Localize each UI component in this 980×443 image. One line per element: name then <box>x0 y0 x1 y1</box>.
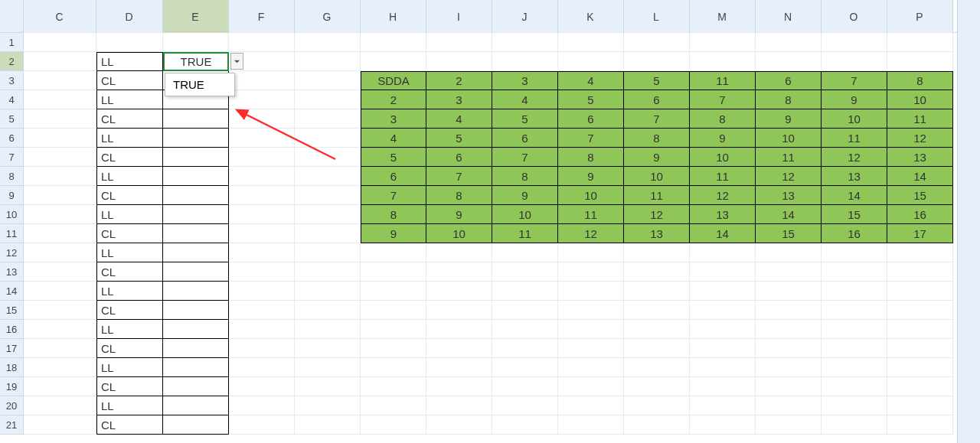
cell-K20[interactable] <box>558 396 624 415</box>
cell-G5[interactable] <box>295 109 361 129</box>
cell-H11[interactable]: 9 <box>361 224 426 243</box>
cell-K3[interactable]: 4 <box>558 71 624 90</box>
cell-F12[interactable] <box>229 243 295 262</box>
cell-H1[interactable] <box>361 33 426 52</box>
cell-J1[interactable] <box>492 33 558 52</box>
cell-H5[interactable]: 3 <box>361 109 426 129</box>
cell-N2[interactable] <box>756 52 822 71</box>
cell-P2[interactable] <box>887 52 953 71</box>
cell-L3[interactable]: 5 <box>624 71 690 90</box>
cell-K16[interactable] <box>558 320 624 339</box>
cell-J19[interactable] <box>492 377 558 396</box>
cell-M5[interactable]: 8 <box>690 109 756 129</box>
cell-L4[interactable]: 6 <box>624 90 690 109</box>
cell-G10[interactable] <box>295 205 361 224</box>
cell-K2[interactable] <box>558 52 624 71</box>
cell-I21[interactable] <box>426 415 492 435</box>
cell-I11[interactable]: 10 <box>426 224 492 243</box>
cell-G6[interactable] <box>295 129 361 148</box>
cell-J20[interactable] <box>492 396 558 415</box>
cell-H12[interactable] <box>361 243 426 262</box>
cell-O14[interactable] <box>822 282 887 301</box>
cell-K11[interactable]: 12 <box>558 224 624 243</box>
dropdown-option[interactable]: TRUE <box>165 75 234 94</box>
row-header-9[interactable]: 9 <box>0 186 24 205</box>
cell-M21[interactable] <box>690 415 756 435</box>
cell-C19[interactable] <box>24 377 96 396</box>
cell-L13[interactable] <box>624 262 690 282</box>
cell-C11[interactable] <box>24 224 96 243</box>
cell-E2[interactable]: TRUE <box>163 52 229 71</box>
cell-P10[interactable]: 16 <box>887 205 953 224</box>
cell-F5[interactable] <box>229 109 295 129</box>
cell-H19[interactable] <box>361 377 426 396</box>
cell-O20[interactable] <box>822 396 887 415</box>
col-header-P[interactable]: P <box>887 0 953 33</box>
cell-O19[interactable] <box>822 377 887 396</box>
row-header-7[interactable]: 7 <box>0 148 24 167</box>
cell-F7[interactable] <box>229 148 295 167</box>
cell-L11[interactable]: 13 <box>624 224 690 243</box>
cell-H2[interactable] <box>361 52 426 71</box>
cell-E19[interactable] <box>163 377 229 396</box>
row-header-14[interactable]: 14 <box>0 282 24 301</box>
cell-F13[interactable] <box>229 262 295 282</box>
cell-P15[interactable] <box>887 301 953 320</box>
row-header-1[interactable]: 1 <box>0 33 24 52</box>
cell-M6[interactable]: 9 <box>690 129 756 148</box>
cell-J11[interactable]: 11 <box>492 224 558 243</box>
cell-L19[interactable] <box>624 377 690 396</box>
cell-E11[interactable] <box>163 224 229 243</box>
cell-N16[interactable] <box>756 320 822 339</box>
cell-K18[interactable] <box>558 358 624 377</box>
cell-F1[interactable] <box>229 33 295 52</box>
cell-N18[interactable] <box>756 358 822 377</box>
cell-E14[interactable] <box>163 282 229 301</box>
cell-L6[interactable]: 8 <box>624 129 690 148</box>
cell-C12[interactable] <box>24 243 96 262</box>
cell-P11[interactable]: 17 <box>887 224 953 243</box>
cell-D11[interactable]: CL <box>96 224 163 243</box>
cell-O17[interactable] <box>822 339 887 358</box>
cell-M19[interactable] <box>690 377 756 396</box>
cell-D10[interactable]: LL <box>96 205 163 224</box>
cell-E17[interactable] <box>163 339 229 358</box>
cell-P18[interactable] <box>887 358 953 377</box>
cell-J13[interactable] <box>492 262 558 282</box>
cell-G14[interactable] <box>295 282 361 301</box>
cell-I15[interactable] <box>426 301 492 320</box>
cell-M3[interactable]: 11 <box>690 71 756 90</box>
cell-J17[interactable] <box>492 339 558 358</box>
cell-N3[interactable]: 6 <box>756 71 822 90</box>
cell-F9[interactable] <box>229 186 295 205</box>
cell-I19[interactable] <box>426 377 492 396</box>
col-header-H[interactable]: H <box>361 0 426 33</box>
cell-J12[interactable] <box>492 243 558 262</box>
cell-O16[interactable] <box>822 320 887 339</box>
cell-N4[interactable]: 8 <box>756 90 822 109</box>
cell-L2[interactable] <box>624 52 690 71</box>
cell-H4[interactable]: 2 <box>361 90 426 109</box>
cell-C6[interactable] <box>24 129 96 148</box>
cell-E8[interactable] <box>163 167 229 186</box>
row-header-15[interactable]: 15 <box>0 301 24 320</box>
cell-D6[interactable]: LL <box>96 129 163 148</box>
cell-E5[interactable] <box>163 109 229 129</box>
cell-M13[interactable] <box>690 262 756 282</box>
cell-P6[interactable]: 12 <box>887 129 953 148</box>
cell-H21[interactable] <box>361 415 426 435</box>
cell-I6[interactable]: 5 <box>426 129 492 148</box>
cell-L1[interactable] <box>624 33 690 52</box>
cell-J8[interactable]: 8 <box>492 167 558 186</box>
cell-M16[interactable] <box>690 320 756 339</box>
cell-O4[interactable]: 9 <box>822 90 887 109</box>
col-header-N[interactable]: N <box>756 0 822 33</box>
cell-K19[interactable] <box>558 377 624 396</box>
cell-I17[interactable] <box>426 339 492 358</box>
cell-C16[interactable] <box>24 320 96 339</box>
cell-J3[interactable]: 3 <box>492 71 558 90</box>
cell-J4[interactable]: 4 <box>492 90 558 109</box>
cell-P20[interactable] <box>887 396 953 415</box>
cell-P5[interactable]: 11 <box>887 109 953 129</box>
cell-E15[interactable] <box>163 301 229 320</box>
